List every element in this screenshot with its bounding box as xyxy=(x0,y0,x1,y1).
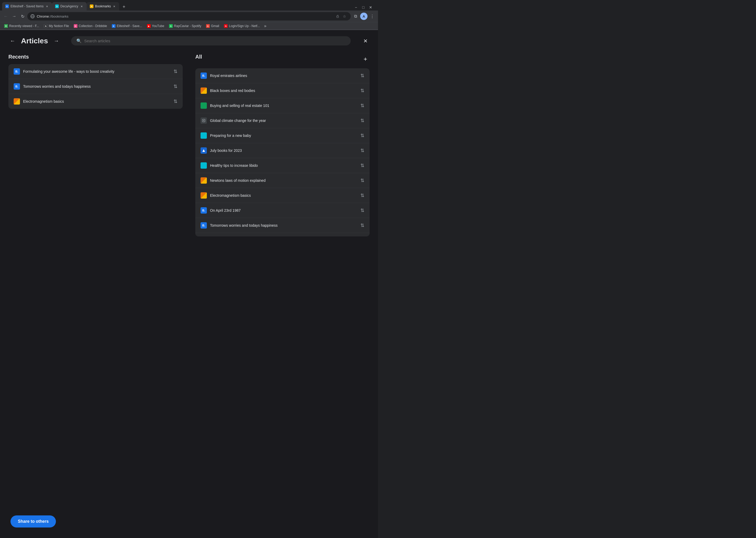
bookmark-notion[interactable]: N My Notion File xyxy=(42,24,71,28)
reorder-icon-2[interactable]: ⇅ xyxy=(173,83,177,89)
all-favicon-11: B. xyxy=(201,222,207,229)
all-reorder-6[interactable]: ⇅ xyxy=(360,148,364,153)
all-favicon-7 xyxy=(201,162,207,169)
main-columns: Recents B. Formulating your awesome life… xyxy=(8,54,370,237)
all-favicon-6 xyxy=(201,147,207,154)
all-item-11[interactable]: B. Tomorrows worries and todays happines… xyxy=(195,218,370,233)
back-button[interactable]: ← xyxy=(2,13,10,20)
recent-favicon-3 xyxy=(14,98,20,105)
all-item-7[interactable]: Healthy tips to increase libido ⇅ xyxy=(195,158,370,173)
all-title-8: Newtons laws of motion explained xyxy=(210,178,357,183)
all-item-2[interactable]: Black boxes and red bodies ⇅ xyxy=(195,83,370,98)
recent-favicon-2: B. xyxy=(14,83,20,89)
sidebar-toggle-button[interactable]: ⧉ xyxy=(352,13,359,20)
add-article-button[interactable]: + xyxy=(361,55,370,63)
tab-eliteshelf[interactable]: E Eliteshelf - Saved Items ✕ xyxy=(2,2,52,11)
bookmark-label-youtube: YouTube xyxy=(152,24,164,28)
forward-button[interactable]: → xyxy=(11,13,18,20)
all-list-wrapper[interactable]: B. Royal emirates airlines ⇅ Black boxes… xyxy=(195,68,370,237)
recents-section: Recents B. Formulating your awesome life… xyxy=(8,54,183,237)
recent-title-1: Formulating your awesome life - ways to … xyxy=(23,69,170,74)
bookmark-label-recently: Recently viewed - F... xyxy=(9,24,39,28)
back-arrow-button[interactable]: ← xyxy=(8,37,17,45)
more-bookmarks-button[interactable]: » xyxy=(263,24,267,28)
recent-item-2[interactable]: B. Tomorrows worries and todays happines… xyxy=(8,79,183,94)
all-item-8[interactable]: Newtons laws of motion explained ⇅ xyxy=(195,173,370,188)
reload-button[interactable]: ↻ xyxy=(19,13,26,20)
all-section-header: All + xyxy=(195,54,370,64)
tab-close-eliteshelf[interactable]: ✕ xyxy=(45,4,49,8)
bookmark-spotify[interactable]: S RapCaviar - Spotify xyxy=(167,24,204,28)
all-title-1: Royal emirates airlines xyxy=(210,74,357,78)
maximize-button[interactable]: □ xyxy=(360,4,366,11)
reorder-icon-3[interactable]: ⇅ xyxy=(173,98,177,104)
all-reorder-9[interactable]: ⇅ xyxy=(360,192,364,198)
all-reorder-3[interactable]: ⇅ xyxy=(360,103,364,108)
all-reorder-7[interactable]: ⇅ xyxy=(360,163,364,168)
all-reorder-8[interactable]: ⇅ xyxy=(360,178,364,183)
all-reorder-11[interactable]: ⇅ xyxy=(360,223,364,228)
address-path: ://bookmarks xyxy=(49,15,68,19)
search-bar[interactable]: 🔍 xyxy=(71,36,351,45)
all-title-6: July books for 2023 xyxy=(210,148,357,153)
bookmark-label-dribbble: Collection - Dribbble xyxy=(79,24,107,28)
all-title-9: Electromagnetism basics xyxy=(210,193,357,197)
all-item-10[interactable]: B. On April 23rd 1987 ⇅ xyxy=(195,203,370,218)
bookmark-label-spotify: RapCaviar - Spotify xyxy=(174,24,201,28)
svg-point-2 xyxy=(203,120,204,121)
profile-avatar-button[interactable]: A xyxy=(360,13,367,20)
bookmark-label-gmail: Gmail xyxy=(211,24,219,28)
tab-close-bookmarks[interactable]: ✕ xyxy=(112,4,116,8)
all-list: B. Royal emirates airlines ⇅ Black boxes… xyxy=(195,68,370,237)
all-reorder-1[interactable]: ⇅ xyxy=(360,73,364,79)
tab-title-deca: DecaAgency xyxy=(60,4,78,8)
tab-title-bookmarks: Bookmarks xyxy=(95,4,111,8)
all-reorder-4[interactable]: ⇅ xyxy=(360,118,364,124)
all-item-5[interactable]: Preparing for a new baby ⇅ xyxy=(195,128,370,143)
search-input[interactable] xyxy=(84,39,346,43)
tab-close-deca[interactable]: ✕ xyxy=(80,4,83,8)
bookmark-recently-viewed[interactable]: R Recently viewed - F... xyxy=(2,24,41,28)
new-tab-button[interactable]: + xyxy=(120,3,127,11)
tab-bookmarks[interactable]: ★ Bookmarks ✕ xyxy=(87,2,119,11)
all-item-6[interactable]: July books for 2023 ⇅ xyxy=(195,143,370,158)
window-controls: − □ ✕ xyxy=(353,4,376,11)
forward-arrow-button[interactable]: → xyxy=(52,37,61,45)
bookmark-eliteshelf[interactable]: E Eliteshelf - Save... xyxy=(110,24,144,28)
all-favicon-8 xyxy=(201,177,207,184)
address-favicon xyxy=(30,14,35,19)
bookmark-favicon-gmail: G xyxy=(206,24,210,28)
close-window-button[interactable]: ✕ xyxy=(367,4,374,11)
all-title-3: Buying and selling of real estate 101 xyxy=(210,103,357,108)
reorder-icon-1[interactable]: ⇅ xyxy=(173,69,177,74)
address-right-icons: ⎙ ☆ xyxy=(334,13,348,20)
all-item-1[interactable]: B. Royal emirates airlines ⇅ xyxy=(195,68,370,83)
all-favicon-3 xyxy=(201,102,207,109)
all-item-4[interactable]: Global climate change for the year ⇅ xyxy=(195,113,370,128)
all-item-12[interactable]: B. Formulating your awesome life - ways … xyxy=(195,233,370,237)
all-item-3[interactable]: Buying and selling of real estate 101 ⇅ xyxy=(195,98,370,113)
chrome-menu-button[interactable]: ⋮ xyxy=(368,13,376,20)
all-item-9[interactable]: Electromagnetism basics ⇅ xyxy=(195,188,370,203)
all-favicon-9 xyxy=(201,192,207,198)
tab-deca[interactable]: D DecaAgency ✕ xyxy=(52,2,87,11)
bookmark-gmail[interactable]: G Gmail xyxy=(204,24,221,28)
bookmark-dribbble[interactable]: D Collection - Dribbble xyxy=(72,24,109,28)
close-icon[interactable]: ✕ xyxy=(361,37,370,45)
bookmark-netflix[interactable]: N Login/Sign Up - Netf... xyxy=(222,24,262,28)
share-to-others-button[interactable]: Share to others xyxy=(11,515,56,527)
all-reorder-2[interactable]: ⇅ xyxy=(360,88,364,93)
all-section: All + B. Royal emirates airlines ⇅ Black… xyxy=(195,54,370,237)
bookmark-favicon-eliteshelf: E xyxy=(112,24,116,28)
bookmark-youtube[interactable]: ▶ YouTube xyxy=(145,24,166,28)
share-page-icon[interactable]: ⎙ xyxy=(334,13,341,20)
recent-title-3: Electromagnetism basics xyxy=(23,99,170,103)
all-favicon-4 xyxy=(201,117,207,124)
recent-item-1[interactable]: B. Formulating your awesome life - ways … xyxy=(8,64,183,79)
all-reorder-10[interactable]: ⇅ xyxy=(360,207,364,213)
bookmark-star-icon[interactable]: ☆ xyxy=(341,13,348,20)
address-bar[interactable]: Chrome://bookmarks ⎙ ☆ xyxy=(27,12,351,21)
all-reorder-5[interactable]: ⇅ xyxy=(360,133,364,138)
recent-item-3[interactable]: Electromagnetism basics ⇅ xyxy=(8,94,183,109)
minimize-button[interactable]: − xyxy=(353,4,359,11)
